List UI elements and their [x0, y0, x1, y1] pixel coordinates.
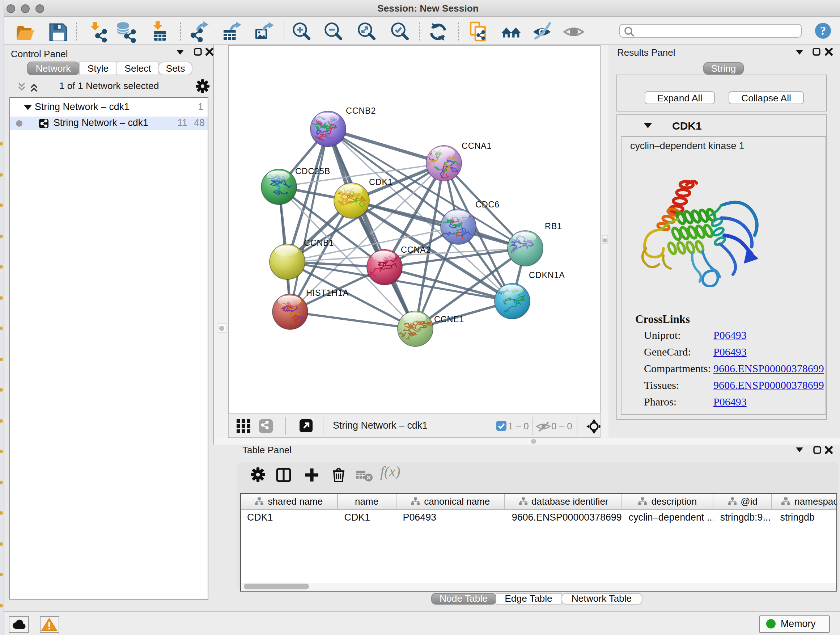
svg-text:CCNA1: CCNA1	[462, 141, 492, 150]
svg-text:?: ?	[820, 24, 826, 37]
svg-text:CCNB1: CCNB1	[304, 238, 334, 248]
svg-text:CDC25B: CDC25B	[295, 166, 330, 176]
svg-text:CDC6: CDC6	[475, 200, 500, 209]
svg-text:HIST1H1A: HIST1H1A	[306, 288, 349, 298]
svg-text:CCNB2: CCNB2	[346, 106, 376, 116]
svg-text:CDKN1A: CDKN1A	[529, 271, 565, 280]
svg-text:CCNA2: CCNA2	[401, 245, 431, 255]
svg-text:RB1: RB1	[545, 222, 562, 231]
svg-text:CDK1: CDK1	[369, 177, 393, 187]
svg-text:CCNE1: CCNE1	[434, 315, 464, 324]
